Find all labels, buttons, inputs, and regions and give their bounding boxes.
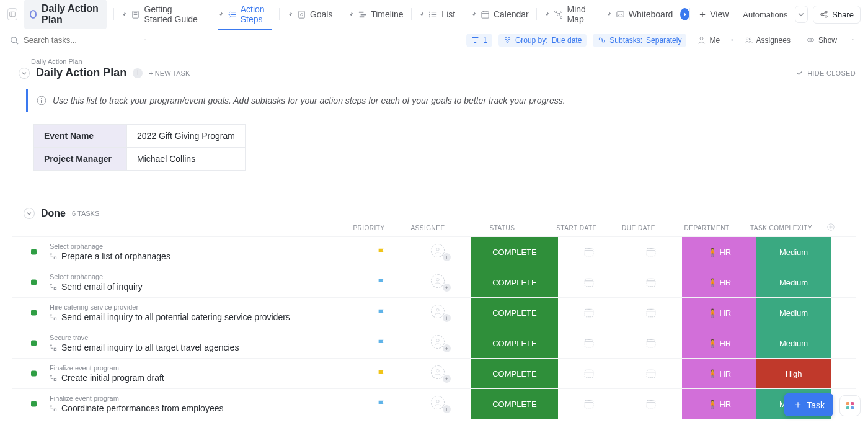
cell-priority[interactable] bbox=[353, 359, 409, 388]
assignee-add[interactable]: + bbox=[431, 305, 450, 321]
calendar-icon[interactable] bbox=[645, 338, 657, 349]
me-chip[interactable]: Me bbox=[693, 34, 725, 47]
show-chip[interactable]: Show bbox=[802, 34, 842, 47]
view-tab-calendar[interactable]: Calendar bbox=[463, 0, 536, 29]
cell-due-date[interactable] bbox=[620, 298, 682, 328]
info-icon[interactable]: i bbox=[133, 68, 143, 78]
calendar-icon[interactable] bbox=[583, 246, 595, 257]
col-dept[interactable]: DEPARTMENT bbox=[670, 225, 744, 231]
task-main[interactable]: Hire catering service providerSend email… bbox=[12, 298, 353, 328]
task-parent[interactable]: Secure travel bbox=[50, 334, 239, 341]
task-row[interactable]: Finalize event programCreate initial pro… bbox=[12, 358, 856, 388]
task-name[interactable]: Coordinate performances from employees bbox=[61, 403, 223, 413]
status-square[interactable] bbox=[31, 310, 37, 316]
toolbar-more-icon[interactable] bbox=[848, 39, 858, 42]
priority-flag-icon[interactable] bbox=[377, 248, 386, 256]
col-complex[interactable]: TASK COMPLEXITY bbox=[744, 225, 818, 231]
assignees-chip[interactable]: Assignees bbox=[740, 34, 795, 47]
view-tab-steps[interactable]: Action Steps bbox=[210, 0, 279, 29]
task-name[interactable]: Prepare a list of orphanages bbox=[61, 251, 170, 261]
cell-complexity[interactable]: Medium bbox=[756, 237, 831, 267]
cell-assignee[interactable]: + bbox=[409, 298, 471, 328]
cell-department[interactable]: 🧍 HR bbox=[682, 237, 756, 267]
share-button[interactable]: Share bbox=[813, 6, 861, 24]
automations-caret[interactable] bbox=[795, 6, 808, 23]
cell-complexity[interactable]: Medium bbox=[756, 267, 831, 297]
cell-due-date[interactable] bbox=[620, 389, 682, 419]
task-main[interactable]: Finalize event programCreate initial pro… bbox=[12, 359, 353, 388]
cell-department[interactable]: 🧍 HR bbox=[682, 328, 756, 358]
cell-start-date[interactable] bbox=[558, 389, 620, 419]
priority-flag-icon[interactable] bbox=[377, 339, 386, 347]
assignee-add[interactable]: + bbox=[431, 244, 450, 260]
task-parent[interactable]: Select orphanage bbox=[50, 273, 143, 280]
cell-department[interactable]: 🧍 HR bbox=[682, 389, 756, 419]
cell-priority[interactable] bbox=[353, 298, 409, 328]
view-tab-timeline[interactable]: Timeline bbox=[340, 0, 410, 29]
cell-status[interactable]: COMPLETE bbox=[471, 237, 558, 267]
col-due[interactable]: DUE DATE bbox=[608, 225, 670, 231]
more-icon[interactable] bbox=[140, 39, 150, 42]
filter-chip[interactable]: 1 bbox=[466, 34, 492, 47]
calendar-icon[interactable] bbox=[645, 398, 657, 409]
assignee-add[interactable]: + bbox=[431, 274, 450, 290]
calendar-icon[interactable] bbox=[645, 307, 657, 318]
calendar-icon[interactable] bbox=[583, 368, 595, 379]
meta-value[interactable]: 2022 Gift Giving Program bbox=[127, 125, 246, 148]
view-tab-list[interactable]: List bbox=[411, 0, 463, 29]
task-main[interactable]: Select orphanageSend email of inquiry bbox=[12, 267, 353, 297]
assignee-add[interactable]: + bbox=[431, 365, 450, 382]
task-parent[interactable]: Select orphanage bbox=[50, 243, 170, 250]
cell-assignee[interactable]: + bbox=[409, 237, 471, 267]
cell-start-date[interactable] bbox=[558, 267, 620, 297]
apps-fab[interactable] bbox=[839, 395, 861, 416]
cell-start-date[interactable] bbox=[558, 359, 620, 388]
calendar-icon[interactable] bbox=[645, 246, 657, 257]
task-row[interactable]: Secure travelSend email inquiry to all t… bbox=[12, 328, 856, 358]
cell-priority[interactable] bbox=[353, 237, 409, 267]
col-status[interactable]: STATUS bbox=[459, 225, 546, 231]
cell-complexity[interactable]: Medium bbox=[756, 328, 831, 358]
task-main[interactable]: Secure travelSend email inquiry to all t… bbox=[12, 328, 353, 358]
cell-assignee[interactable]: + bbox=[409, 267, 471, 297]
meta-value[interactable]: Michael Collins bbox=[127, 148, 246, 171]
cell-status[interactable]: COMPLETE bbox=[471, 389, 558, 419]
task-parent[interactable]: Hire catering service provider bbox=[50, 303, 290, 311]
col-add[interactable] bbox=[818, 223, 843, 233]
assignee-add[interactable]: + bbox=[431, 396, 450, 412]
task-name[interactable]: Send email inquiry to all potential cate… bbox=[61, 312, 290, 322]
cell-complexity[interactable]: High bbox=[756, 359, 831, 388]
calendar-icon[interactable] bbox=[583, 338, 595, 349]
view-tab-mindmap[interactable]: Mind Map bbox=[536, 0, 598, 29]
sidebar-toggle[interactable] bbox=[7, 8, 17, 20]
new-task-inline[interactable]: + NEW TASK bbox=[149, 69, 190, 77]
cell-priority[interactable] bbox=[353, 328, 409, 358]
cell-assignee[interactable]: + bbox=[409, 328, 471, 358]
status-square[interactable] bbox=[31, 401, 37, 407]
cell-department[interactable]: 🧍 HR bbox=[682, 267, 756, 297]
view-tab-guide[interactable]: Getting Started Guide bbox=[113, 0, 209, 29]
cell-due-date[interactable] bbox=[620, 328, 682, 358]
cell-start-date[interactable] bbox=[558, 328, 620, 358]
groupby-chip[interactable]: Group by: Due date bbox=[498, 34, 587, 47]
task-main[interactable]: Finalize event programCoordinate perform… bbox=[12, 389, 353, 419]
view-tab-goals[interactable]: Goals bbox=[280, 0, 340, 29]
task-row[interactable]: Select orphanageSend email of inquiry+CO… bbox=[12, 267, 856, 297]
view-tab-whiteboard[interactable]: Whiteboard bbox=[598, 0, 681, 29]
group-name[interactable]: Done bbox=[41, 208, 66, 219]
status-square[interactable] bbox=[31, 280, 37, 285]
breadcrumb[interactable]: Daily Action Plan bbox=[31, 58, 856, 65]
cell-assignee[interactable]: + bbox=[409, 389, 471, 419]
status-square[interactable] bbox=[31, 249, 37, 255]
cell-status[interactable]: COMPLETE bbox=[471, 328, 558, 358]
cell-department[interactable]: 🧍 HR bbox=[682, 359, 756, 388]
cell-status[interactable]: COMPLETE bbox=[471, 359, 558, 388]
cell-start-date[interactable] bbox=[558, 298, 620, 328]
calendar-icon[interactable] bbox=[645, 277, 657, 288]
task-row[interactable]: Hire catering service providerSend email… bbox=[12, 297, 856, 328]
cell-due-date[interactable] bbox=[620, 359, 682, 388]
status-square[interactable] bbox=[31, 371, 37, 377]
search-input[interactable] bbox=[24, 35, 110, 45]
col-priority[interactable]: PRIORITY bbox=[341, 225, 397, 231]
cell-due-date[interactable] bbox=[620, 267, 682, 297]
